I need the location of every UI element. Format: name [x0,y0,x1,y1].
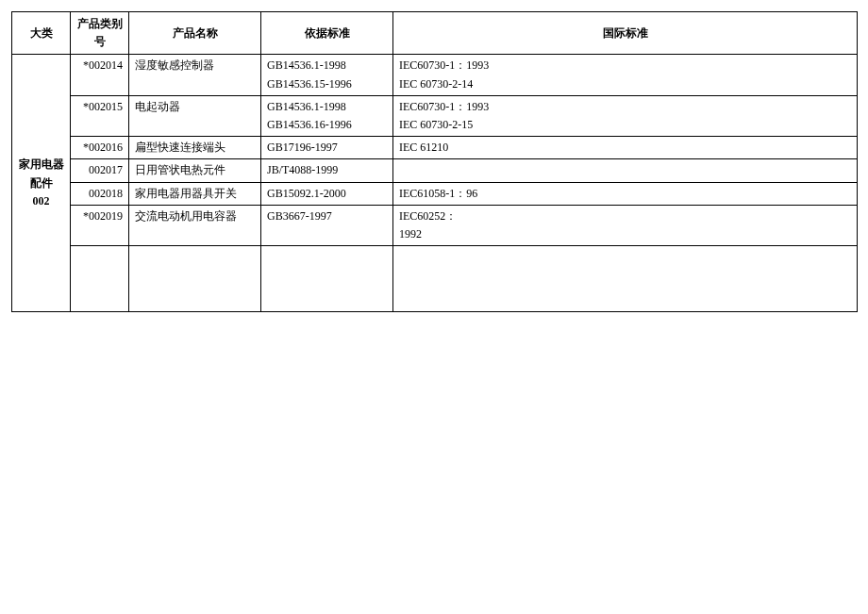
cell-intl-standard: IEC60252： 1992 [393,205,858,245]
product-standards-table: 大类 产品类别号 产品名称 依据标准 国际标准 家用电器 配件 002 *002… [11,11,858,312]
cell-intl-standard [393,159,858,182]
table-row: *002016 扁型快速连接端头 GB17196-1997 IEC 61210 [12,137,858,159]
empty-cell [261,246,393,312]
cell-basis-standard: GB15092.1-2000 [261,182,393,205]
cell-intl-standard: IEC 61210 [393,137,858,159]
table-row: 002018 家用电器用器具开关 GB15092.1-2000 IEC61058… [12,182,858,205]
empty-cell [393,246,858,312]
cell-product-name: 湿度敏感控制器 [129,55,261,95]
header-basis-standard: 依据标准 [261,12,393,55]
cell-product-name: 家用电器用器具开关 [129,182,261,205]
cell-intl-standard: IEC60730-1：1993 IEC 60730-2-14 [393,55,858,95]
table-row-spacer [12,246,858,312]
table-row: *002015 电起动器 GB14536.1-1998 GB14536.16-1… [12,95,858,136]
cell-intl-standard: IEC60730-1：1993 IEC 60730-2-15 [393,95,858,136]
header-intl-standard: 国际标准 [393,12,858,55]
cell-product-num: *002019 [71,205,129,245]
table-row: *002019 交流电动机用电容器 GB3667-1997 IEC60252： … [12,205,858,245]
category-cell: 家用电器 配件 002 [12,55,71,312]
header-product-num: 产品类别号 [71,12,129,55]
cell-product-name: 电起动器 [129,95,261,136]
cell-product-name: 交流电动机用电容器 [129,205,261,245]
table-header-row: 大类 产品类别号 产品名称 依据标准 国际标准 [12,12,858,55]
cell-basis-standard: GB17196-1997 [261,137,393,159]
header-category: 大类 [12,12,71,55]
empty-cell [129,246,261,312]
empty-cell [71,246,129,312]
cell-basis-standard: GB14536.1-1998 GB14536.16-1996 [261,95,393,136]
table-row: 家用电器 配件 002 *002014 湿度敏感控制器 GB14536.1-19… [12,55,858,95]
header-product-name: 产品名称 [129,12,261,55]
cell-basis-standard: JB/T4088-1999 [261,159,393,182]
cell-intl-standard: IEC61058-1：96 [393,182,858,205]
cell-product-num: *002016 [71,137,129,159]
cell-basis-standard: GB14536.1-1998 GB14536.15-1996 [261,55,393,95]
cell-product-name: 日用管状电热元件 [129,159,261,182]
cell-product-num: 002017 [71,159,129,182]
table-row: 002017 日用管状电热元件 JB/T4088-1999 [12,159,858,182]
cell-product-name: 扁型快速连接端头 [129,137,261,159]
cell-basis-standard: GB3667-1997 [261,205,393,245]
cell-product-num: *002014 [71,55,129,95]
cell-product-num: *002015 [71,95,129,136]
cell-product-num: 002018 [71,182,129,205]
